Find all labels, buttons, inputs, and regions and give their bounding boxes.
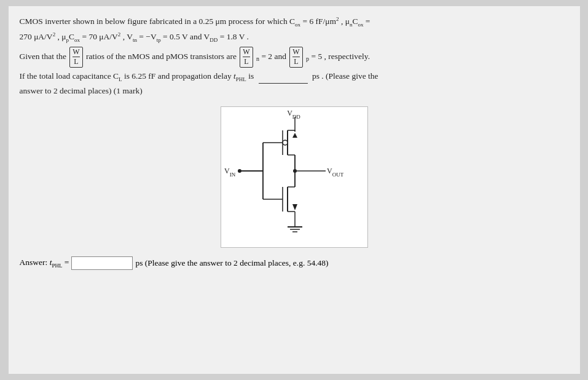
line2-text: 270 μA/V2 , μpCox = 70 μA/V2 , Vtn = −Vt… [20, 32, 249, 41]
line4: If the total load capacitance CL is 6.25… [20, 70, 569, 84]
svg-point-22 [238, 169, 241, 173]
wl-n-fraction: W L [240, 47, 253, 67]
line1: CMOS inverter shown in below figure fabr… [20, 15, 569, 29]
ratios-text: ratios of the nMOS and pMOS transistors … [86, 52, 238, 61]
circuit-container: VDD [20, 106, 569, 248]
line5-text: answer to 2 decimal places) (1 mark) [20, 86, 143, 95]
pmos-val: = 5 , respectively. [311, 52, 370, 61]
circuit-box: VDD [221, 106, 368, 248]
answer-unit-text: ps (Please give the answer to 2 decimal … [135, 258, 328, 268]
given-text: Given that the [20, 52, 69, 61]
nmos-val: = 2 and [261, 52, 288, 61]
line4b-text: ps . (Please give the [312, 71, 378, 81]
blank [259, 83, 308, 84]
wl-p-den: L [292, 57, 299, 66]
circuit-svg: VDD [221, 107, 369, 248]
problem-text: CMOS inverter shown in below figure fabr… [20, 15, 569, 98]
line5: answer to 2 decimal places) (1 mark) [20, 85, 569, 98]
answer-label-text: Answer: tPHL = [20, 258, 69, 269]
line3: Given that the W L ratios of the nMOS an… [20, 47, 569, 67]
vin-text: VIN [224, 167, 236, 178]
answer-row: Answer: tPHL = ps (Please give the answe… [20, 256, 569, 270]
wl-fraction: W L [69, 47, 82, 67]
n-subscript: n [256, 56, 259, 63]
answer-input-box[interactable] [71, 256, 133, 270]
line1-text: CMOS inverter shown in below figure fabr… [20, 17, 370, 26]
wl-denominator: L [73, 57, 79, 66]
svg-marker-8 [292, 133, 297, 138]
wl-n-den: L [243, 57, 249, 66]
svg-point-7 [283, 140, 288, 145]
vdd-label: VDD [287, 109, 300, 120]
wl-n-num: W [243, 48, 249, 57]
line2: 270 μA/V2 , μpCox = 70 μA/V2 , Vtn = −Vt… [20, 30, 569, 44]
wl-p-num: W [292, 48, 299, 57]
svg-marker-16 [292, 204, 297, 210]
vout-text: VOUT [327, 167, 344, 178]
wl-p-fraction: W L [289, 47, 302, 67]
page: CMOS inverter shown in below figure fabr… [9, 6, 580, 374]
wl-numerator: W [73, 48, 79, 57]
p-subscript: p [306, 56, 309, 63]
line4-text: If the total load capacitance CL is 6.25… [20, 71, 256, 81]
